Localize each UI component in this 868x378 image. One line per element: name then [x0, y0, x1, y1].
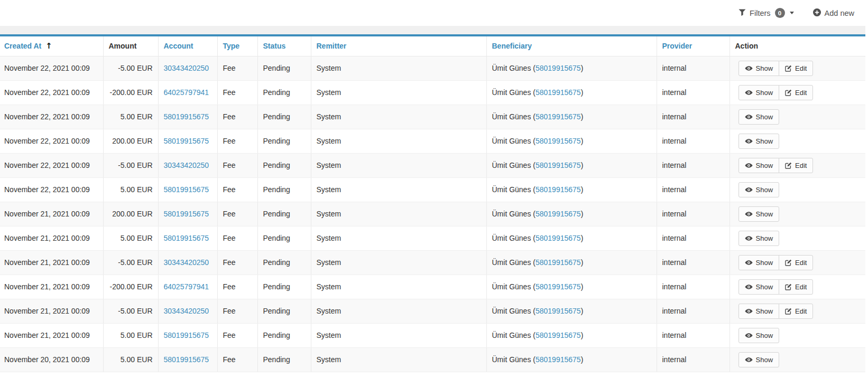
beneficiary-name: Ümit Günes ( [492, 210, 535, 218]
provider-value: internal [662, 137, 687, 145]
beneficiary-paren: ) [581, 88, 584, 97]
status-value: Pending [263, 355, 290, 364]
add-new-button[interactable]: Add new [813, 8, 854, 18]
edit-button[interactable]: Edit [779, 158, 813, 173]
beneficiary-paren: ) [581, 185, 584, 194]
account-link[interactable]: 30343420250 [164, 161, 209, 169]
beneficiary-name: Ümit Günes ( [492, 258, 535, 267]
cell-provider: internal [657, 153, 730, 177]
account-link[interactable]: 64025797941 [164, 88, 209, 97]
cell-created-at: November 20, 2021 00:09 [0, 347, 103, 372]
eye-icon [745, 65, 753, 71]
table-row: November 21, 2021 00:095.00 EUR580199156… [0, 226, 865, 250]
action-button-group: Show [738, 352, 780, 367]
provider-value: internal [662, 210, 687, 218]
show-button[interactable]: Show [738, 328, 780, 343]
edit-button[interactable]: Edit [779, 255, 813, 270]
show-button[interactable]: Show [738, 304, 780, 319]
column-header-account[interactable]: Account [158, 36, 217, 56]
show-button[interactable]: Show [738, 109, 780, 125]
column-header-created-at[interactable]: Created At↑ [0, 36, 103, 56]
column-header-type[interactable]: Type [217, 36, 257, 56]
edit-button[interactable]: Edit [779, 279, 813, 295]
show-button[interactable]: Show [738, 182, 780, 197]
show-button[interactable]: Show [738, 231, 780, 246]
account-link[interactable]: 58019915675 [164, 112, 209, 121]
beneficiary-link[interactable]: 58019915675 [535, 88, 581, 97]
toolbar: Filters 0 Add new [0, 0, 868, 26]
amount-value: -5.00 EUR [118, 258, 152, 267]
edit-button[interactable]: Edit [779, 85, 813, 100]
table-row: November 21, 2021 00:095.00 EUR580199156… [0, 323, 865, 347]
show-button[interactable]: Show [738, 134, 780, 149]
show-button-label: Show [756, 356, 773, 364]
cell-created-at: November 22, 2021 00:09 [0, 177, 103, 202]
remitter-value: System [317, 137, 341, 145]
beneficiary-link[interactable]: 58019915675 [535, 210, 581, 218]
beneficiary-name: Ümit Günes ( [492, 282, 535, 291]
account-link[interactable]: 58019915675 [164, 137, 209, 145]
account-link[interactable]: 58019915675 [164, 210, 209, 218]
column-header-status[interactable]: Status [257, 36, 311, 56]
column-header-provider[interactable]: Provider [657, 36, 730, 56]
cell-provider: internal [657, 105, 730, 129]
account-link[interactable]: 58019915675 [164, 234, 209, 242]
account-link[interactable]: 30343420250 [164, 64, 209, 72]
cell-amount: -5.00 EUR [103, 299, 158, 323]
account-link[interactable]: 30343420250 [164, 307, 209, 315]
account-link[interactable]: 58019915675 [164, 331, 209, 339]
beneficiary-link[interactable]: 58019915675 [535, 185, 581, 194]
cell-beneficiary: Ümit Günes (58019915675) [486, 275, 657, 299]
beneficiary-link[interactable]: 58019915675 [535, 307, 581, 315]
cell-beneficiary: Ümit Günes (58019915675) [486, 250, 657, 275]
edit-button[interactable]: Edit [779, 61, 813, 76]
created-at-value: November 21, 2021 00:09 [4, 234, 90, 242]
remitter-value: System [317, 161, 341, 169]
show-button[interactable]: Show [738, 85, 780, 100]
account-link[interactable]: 58019915675 [164, 185, 209, 194]
beneficiary-link[interactable]: 58019915675 [535, 331, 581, 339]
beneficiary-link[interactable]: 58019915675 [535, 161, 581, 169]
cell-type: Fee [217, 202, 257, 226]
beneficiary-link[interactable]: 58019915675 [535, 112, 581, 121]
remitter-value: System [317, 307, 341, 315]
cell-action: ShowEdit [730, 275, 865, 299]
show-button[interactable]: Show [738, 158, 780, 173]
show-button[interactable]: Show [738, 61, 780, 76]
show-button[interactable]: Show [738, 352, 780, 367]
beneficiary-link[interactable]: 58019915675 [535, 282, 581, 291]
show-button[interactable]: Show [738, 255, 780, 270]
column-header-remitter[interactable]: Remitter [311, 36, 486, 56]
amount-value: -200.00 EUR [110, 282, 153, 291]
account-link[interactable]: 30343420250 [164, 258, 209, 267]
remitter-value: System [317, 234, 341, 242]
show-button[interactable]: Show [738, 206, 780, 222]
beneficiary-link[interactable]: 58019915675 [535, 64, 581, 72]
cell-remitter: System [311, 56, 486, 80]
edit-button[interactable]: Edit [779, 304, 813, 319]
account-link[interactable]: 64025797941 [164, 282, 209, 291]
cell-account: 30343420250 [158, 250, 217, 275]
table-header: Created At↑AmountAccountTypeStatusRemitt… [0, 36, 865, 56]
beneficiary-link[interactable]: 58019915675 [535, 234, 581, 242]
type-value: Fee [223, 137, 236, 145]
beneficiary-link[interactable]: 58019915675 [535, 258, 581, 267]
provider-value: internal [662, 161, 687, 169]
cell-created-at: November 21, 2021 00:09 [0, 250, 103, 275]
account-link[interactable]: 58019915675 [164, 355, 209, 364]
sort-asc-icon: ↑ [45, 41, 52, 51]
cell-action: ShowEdit [730, 56, 865, 80]
column-header-beneficiary[interactable]: Beneficiary [486, 36, 657, 56]
cell-created-at: November 21, 2021 00:09 [0, 275, 103, 299]
created-at-value: November 21, 2021 00:09 [4, 331, 90, 339]
beneficiary-link[interactable]: 58019915675 [535, 137, 581, 145]
show-button-label: Show [756, 307, 773, 315]
filters-dropdown[interactable]: Filters 0 [738, 8, 793, 18]
cell-created-at: November 21, 2021 00:09 [0, 226, 103, 250]
action-button-group: ShowEdit [738, 279, 814, 295]
beneficiary-link[interactable]: 58019915675 [535, 355, 581, 364]
show-button[interactable]: Show [738, 279, 780, 295]
provider-value: internal [662, 185, 687, 194]
action-button-group: Show [738, 231, 780, 246]
cell-action: Show [730, 226, 865, 250]
